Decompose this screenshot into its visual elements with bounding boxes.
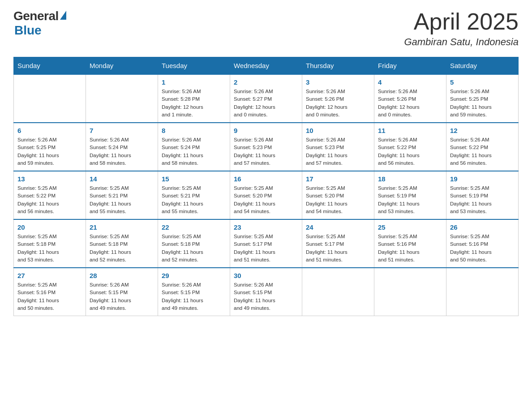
week-row-2: 6Sunrise: 5:26 AM Sunset: 5:25 PM Daylig… <box>14 123 519 171</box>
day-number: 16 <box>234 175 298 183</box>
day-number: 20 <box>17 223 82 231</box>
calendar-cell: 18Sunrise: 5:25 AM Sunset: 5:19 PM Dayli… <box>374 171 446 219</box>
day-number: 30 <box>234 272 298 279</box>
page-header: General Blue April 2025 Gambiran Satu, I… <box>13 9 519 48</box>
day-info: Sunrise: 5:25 AM Sunset: 5:20 PM Dayligh… <box>306 184 370 215</box>
day-info: Sunrise: 5:25 AM Sunset: 5:18 PM Dayligh… <box>162 233 226 264</box>
day-info: Sunrise: 5:25 AM Sunset: 5:16 PM Dayligh… <box>450 233 515 264</box>
day-number: 15 <box>162 175 226 183</box>
day-info: Sunrise: 5:25 AM Sunset: 5:21 PM Dayligh… <box>90 184 154 215</box>
week-row-1: 1Sunrise: 5:26 AM Sunset: 5:28 PM Daylig… <box>14 74 519 123</box>
day-number: 25 <box>378 223 442 231</box>
day-number: 21 <box>90 223 154 231</box>
weekday-header-wednesday: Wednesday <box>230 57 302 75</box>
day-number: 3 <box>306 78 370 86</box>
calendar-cell: 9Sunrise: 5:26 AM Sunset: 5:23 PM Daylig… <box>230 123 302 171</box>
weekday-header-monday: Monday <box>86 57 158 75</box>
calendar-cell <box>14 74 86 123</box>
day-number: 23 <box>234 223 298 231</box>
day-number: 8 <box>162 127 226 134</box>
weekday-header-thursday: Thursday <box>302 57 374 75</box>
calendar-cell: 5Sunrise: 5:26 AM Sunset: 5:25 PM Daylig… <box>446 74 519 123</box>
calendar-cell: 22Sunrise: 5:25 AM Sunset: 5:18 PM Dayli… <box>158 219 230 268</box>
day-info: Sunrise: 5:26 AM Sunset: 5:25 PM Dayligh… <box>17 136 82 167</box>
calendar-cell: 29Sunrise: 5:26 AM Sunset: 5:15 PM Dayli… <box>158 268 230 316</box>
day-number: 26 <box>450 223 515 231</box>
calendar-cell: 30Sunrise: 5:26 AM Sunset: 5:15 PM Dayli… <box>230 268 302 316</box>
weekday-header-saturday: Saturday <box>446 57 519 75</box>
day-info: Sunrise: 5:26 AM Sunset: 5:26 PM Dayligh… <box>378 88 442 119</box>
week-row-4: 20Sunrise: 5:25 AM Sunset: 5:18 PM Dayli… <box>14 219 519 268</box>
day-number: 9 <box>234 127 298 134</box>
day-info: Sunrise: 5:26 AM Sunset: 5:22 PM Dayligh… <box>378 136 442 167</box>
day-info: Sunrise: 5:25 AM Sunset: 5:22 PM Dayligh… <box>17 184 82 215</box>
day-info: Sunrise: 5:26 AM Sunset: 5:27 PM Dayligh… <box>234 88 298 119</box>
calendar-cell: 27Sunrise: 5:25 AM Sunset: 5:16 PM Dayli… <box>14 268 86 316</box>
calendar-cell: 6Sunrise: 5:26 AM Sunset: 5:25 PM Daylig… <box>14 123 86 171</box>
calendar-cell: 28Sunrise: 5:26 AM Sunset: 5:15 PM Dayli… <box>86 268 158 316</box>
day-number: 6 <box>17 127 82 134</box>
day-number: 17 <box>306 175 370 183</box>
weekday-header-sunday: Sunday <box>14 57 86 75</box>
day-info: Sunrise: 5:26 AM Sunset: 5:24 PM Dayligh… <box>90 136 154 167</box>
day-number: 11 <box>378 127 442 134</box>
calendar-cell: 14Sunrise: 5:25 AM Sunset: 5:21 PM Dayli… <box>86 171 158 219</box>
day-info: Sunrise: 5:26 AM Sunset: 5:23 PM Dayligh… <box>234 136 298 167</box>
logo: General Blue <box>13 9 66 38</box>
day-info: Sunrise: 5:25 AM Sunset: 5:19 PM Dayligh… <box>450 184 515 215</box>
month-title: April 2025 <box>404 9 519 34</box>
calendar-cell: 16Sunrise: 5:25 AM Sunset: 5:20 PM Dayli… <box>230 171 302 219</box>
week-row-3: 13Sunrise: 5:25 AM Sunset: 5:22 PM Dayli… <box>14 171 519 219</box>
calendar-cell: 10Sunrise: 5:26 AM Sunset: 5:23 PM Dayli… <box>302 123 374 171</box>
calendar-cell <box>374 268 446 316</box>
calendar-cell: 17Sunrise: 5:25 AM Sunset: 5:20 PM Dayli… <box>302 171 374 219</box>
calendar-header-row: SundayMondayTuesdayWednesdayThursdayFrid… <box>14 57 519 75</box>
day-info: Sunrise: 5:25 AM Sunset: 5:21 PM Dayligh… <box>162 184 226 215</box>
day-info: Sunrise: 5:25 AM Sunset: 5:19 PM Dayligh… <box>378 184 442 215</box>
day-info: Sunrise: 5:26 AM Sunset: 5:25 PM Dayligh… <box>450 88 515 119</box>
day-number: 2 <box>234 78 298 86</box>
day-number: 22 <box>162 223 226 231</box>
calendar-cell <box>446 268 519 316</box>
calendar-cell: 4Sunrise: 5:26 AM Sunset: 5:26 PM Daylig… <box>374 74 446 123</box>
weekday-header-friday: Friday <box>374 57 446 75</box>
day-number: 13 <box>17 175 82 183</box>
calendar-cell: 21Sunrise: 5:25 AM Sunset: 5:18 PM Dayli… <box>86 219 158 268</box>
day-info: Sunrise: 5:26 AM Sunset: 5:26 PM Dayligh… <box>306 88 370 119</box>
day-info: Sunrise: 5:25 AM Sunset: 5:17 PM Dayligh… <box>306 233 370 264</box>
title-section: April 2025 Gambiran Satu, Indonesia <box>404 9 519 48</box>
day-number: 5 <box>450 78 515 86</box>
calendar-cell: 20Sunrise: 5:25 AM Sunset: 5:18 PM Dayli… <box>14 219 86 268</box>
day-info: Sunrise: 5:25 AM Sunset: 5:17 PM Dayligh… <box>234 233 298 264</box>
calendar-cell: 11Sunrise: 5:26 AM Sunset: 5:22 PM Dayli… <box>374 123 446 171</box>
day-number: 12 <box>450 127 515 134</box>
day-info: Sunrise: 5:26 AM Sunset: 5:15 PM Dayligh… <box>234 281 298 312</box>
day-number: 4 <box>378 78 442 86</box>
calendar-cell: 23Sunrise: 5:25 AM Sunset: 5:17 PM Dayli… <box>230 219 302 268</box>
calendar-cell: 25Sunrise: 5:25 AM Sunset: 5:16 PM Dayli… <box>374 219 446 268</box>
day-info: Sunrise: 5:26 AM Sunset: 5:15 PM Dayligh… <box>162 281 226 312</box>
calendar-cell <box>302 268 374 316</box>
calendar-cell: 19Sunrise: 5:25 AM Sunset: 5:19 PM Dayli… <box>446 171 519 219</box>
day-info: Sunrise: 5:25 AM Sunset: 5:18 PM Dayligh… <box>17 233 82 264</box>
calendar-cell <box>86 74 158 123</box>
calendar-cell: 7Sunrise: 5:26 AM Sunset: 5:24 PM Daylig… <box>86 123 158 171</box>
day-info: Sunrise: 5:25 AM Sunset: 5:16 PM Dayligh… <box>17 281 82 312</box>
day-number: 10 <box>306 127 370 134</box>
calendar-cell: 24Sunrise: 5:25 AM Sunset: 5:17 PM Dayli… <box>302 219 374 268</box>
day-number: 7 <box>90 127 154 134</box>
logo-general-text: General <box>13 9 59 23</box>
calendar-cell: 12Sunrise: 5:26 AM Sunset: 5:22 PM Dayli… <box>446 123 519 171</box>
day-info: Sunrise: 5:25 AM Sunset: 5:18 PM Dayligh… <box>90 233 154 264</box>
day-info: Sunrise: 5:26 AM Sunset: 5:23 PM Dayligh… <box>306 136 370 167</box>
day-number: 24 <box>306 223 370 231</box>
day-number: 29 <box>162 272 226 279</box>
calendar-cell: 3Sunrise: 5:26 AM Sunset: 5:26 PM Daylig… <box>302 74 374 123</box>
day-number: 18 <box>378 175 442 183</box>
day-number: 1 <box>162 78 226 86</box>
day-number: 14 <box>90 175 154 183</box>
day-info: Sunrise: 5:26 AM Sunset: 5:15 PM Dayligh… <box>90 281 154 312</box>
day-info: Sunrise: 5:26 AM Sunset: 5:28 PM Dayligh… <box>162 88 226 119</box>
day-number: 19 <box>450 175 515 183</box>
weekday-header-tuesday: Tuesday <box>158 57 230 75</box>
